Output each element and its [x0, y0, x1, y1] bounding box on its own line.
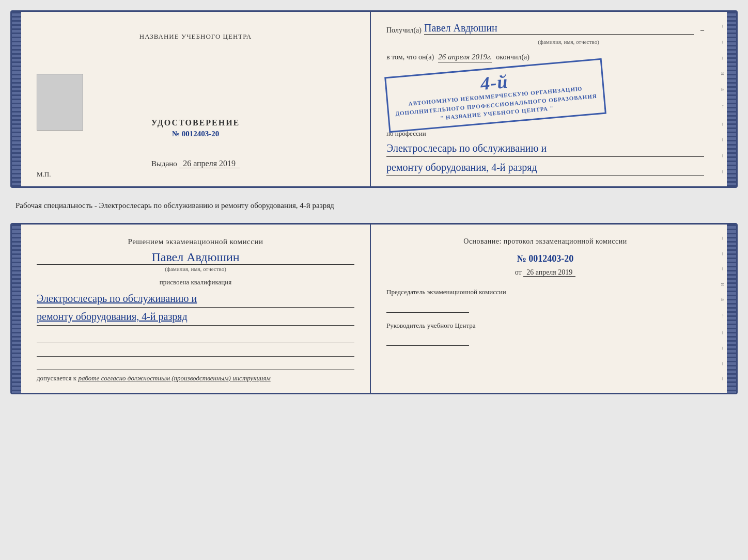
blank-lines [37, 332, 354, 370]
person-name-bottom: Павел Авдюшин [37, 250, 354, 265]
assigned-label: присвоена квалификация [37, 278, 354, 286]
deco-3: – [720, 57, 726, 60]
spine-left [12, 12, 21, 186]
spine-left-bottom [12, 225, 21, 393]
proto-date: 26 апреля 2019 [523, 268, 575, 277]
cert-title: УДОСТОВЕРЕНИЕ [151, 118, 240, 127]
osnov-label: Основание: протокол экзаменационной коми… [386, 237, 704, 246]
profession-label: по профессии [386, 130, 704, 138]
qual-value2: ремонту оборудования, 4-й разряд [37, 308, 354, 326]
allowed-prefix: допускается к [37, 374, 76, 382]
right-deco-bottom: – – – и а ← – – – – [720, 225, 727, 393]
deco-b7: – [720, 377, 726, 380]
deco-b6: – [720, 362, 726, 365]
head-label: Руководитель учебного Центра [386, 321, 704, 331]
finished-label: окончил(а) [496, 53, 529, 61]
bottom-booklet-left: Решением экзаменационной комиссии Павел … [21, 225, 371, 393]
mp-label: М.П. [37, 170, 51, 179]
deco-а: а [720, 88, 726, 91]
profession-value2: ремонту оборудования, 4-й разряд [386, 159, 704, 176]
person-name-top: Павел Авдюшин [424, 22, 694, 35]
middle-text: Рабочая специальность - Электрослесарь п… [10, 197, 738, 214]
qual-value1: Электрослесарь по обслуживанию и [37, 290, 354, 308]
vtom-label: в том, что он(а) [386, 53, 434, 61]
profession-block: по профессии Электрослесарь по обслужива… [386, 130, 704, 176]
issued-label: Выдано [151, 159, 177, 168]
page-wrapper: НАЗВАНИЕ УЧЕБНОГО ЦЕНТРА УДОСТОВЕРЕНИЕ №… [10, 10, 738, 394]
proto-date-prefix: от [515, 268, 522, 276]
deco-1: – [720, 25, 726, 28]
bottom-booklet: Решением экзаменационной комиссии Павел … [10, 223, 738, 394]
deco-4: – [720, 123, 726, 126]
cert-number: № 0012403-20 [151, 130, 240, 138]
fio-subtext-top: (фамилия, имя, отчество) [433, 39, 704, 45]
deco-b5: – [720, 347, 726, 350]
top-booklet-right: Получил(а) Павел Авдюшин – (фамилия, имя… [371, 12, 720, 186]
training-center-title: НАЗВАНИЕ УЧЕБНОГО ЦЕНТРА [139, 33, 252, 41]
deco-bа: а [720, 298, 726, 301]
chairman-block: Председатель экзаменационной комиссии [386, 287, 704, 313]
blank-line-2 [37, 345, 354, 357]
chairman-label: Председатель экзаменационной комиссии [386, 287, 704, 297]
deco-bи: и [720, 283, 726, 286]
deco-и: и [720, 72, 726, 75]
proto-number: № 0012403-20 [386, 253, 704, 264]
decision-title: Решением экзаменационной комиссии [37, 237, 354, 246]
deco-b3: – [720, 267, 726, 270]
blank-line-1 [37, 332, 354, 343]
date-value: 26 апреля 2019г. [438, 53, 492, 62]
deco-5: – [720, 138, 726, 141]
top-booklet: НАЗВАНИЕ УЧЕБНОГО ЦЕНТРА УДОСТОВЕРЕНИЕ №… [10, 10, 738, 188]
spine-right-bottom [727, 225, 736, 393]
head-sig-line [386, 334, 469, 346]
stamp-overlay: 4-й АВТОНОМНУЮ НЕКОММЕРЧЕСКУЮ ОРГАНИЗАЦИ… [384, 58, 606, 133]
proto-date-line: от 26 апреля 2019 [386, 268, 704, 277]
deco-arrow: ← [720, 104, 726, 109]
received-line: Получил(а) Павел Авдюшин – [386, 22, 704, 35]
received-label: Получил(а) [386, 26, 422, 35]
issued-date: 26 апреля 2019 [179, 159, 240, 168]
deco-6: – [720, 154, 726, 157]
top-booklet-left: НАЗВАНИЕ УЧЕБНОГО ЦЕНТРА УДОСТОВЕРЕНИЕ №… [21, 12, 371, 186]
blank-line-3 [37, 359, 354, 370]
deco-7: – [720, 170, 726, 173]
dash1: – [700, 26, 704, 35]
head-block: Руководитель учебного Центра [386, 321, 704, 346]
right-deco-top: – – – и а ← – – – – [720, 12, 727, 186]
bottom-booklet-right: Основание: протокол экзаменационной коми… [371, 225, 720, 393]
allowed-value: работе согласно должностным (производств… [78, 374, 270, 382]
deco-2: – [720, 41, 726, 44]
spine-right-top [727, 12, 736, 186]
photo-placeholder [37, 74, 83, 131]
vtom-line: в том, что он(а) 26 апреля 2019г. окончи… [386, 53, 704, 62]
allowed-label: допускается к работе согласно должностны… [37, 374, 354, 382]
profession-value1: Электрослесарь по обслуживанию и [386, 140, 704, 157]
deco-barrow: ← [720, 313, 726, 319]
deco-b2: – [720, 252, 726, 255]
chairman-sig-line [386, 301, 469, 313]
fio-sub-bottom: (фамилия, имя, отчество) [37, 266, 354, 272]
deco-b1: – [720, 237, 726, 240]
middle-text-content: Рабочая специальность - Электрослесарь п… [15, 201, 334, 210]
deco-b4: – [720, 331, 726, 334]
